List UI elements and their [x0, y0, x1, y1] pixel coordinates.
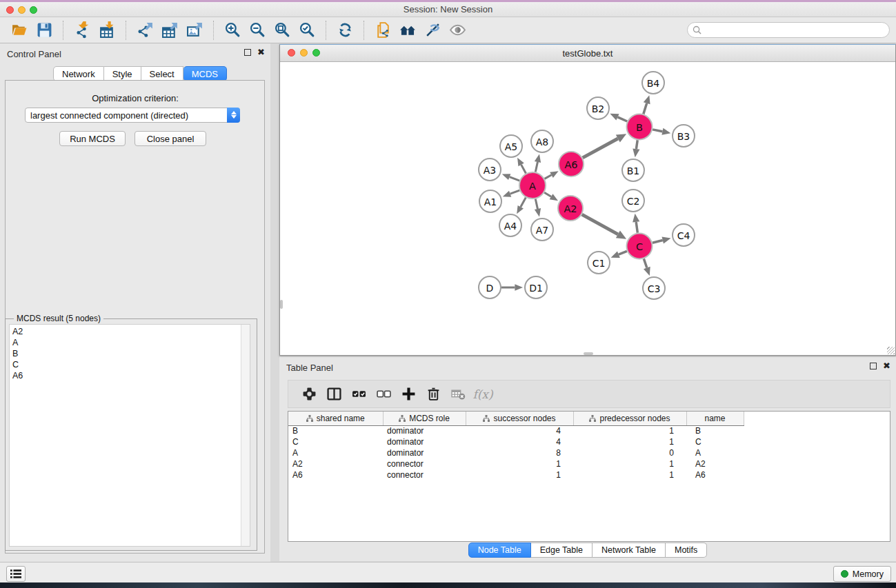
- graph-edge-A-A1[interactable]: [510, 190, 520, 194]
- table-cell[interactable]: A2: [288, 458, 383, 469]
- table-cell[interactable]: B: [288, 425, 383, 436]
- table-cell[interactable]: 4: [466, 425, 573, 436]
- table-cell[interactable]: connector: [383, 458, 466, 469]
- table-cell[interactable]: C: [288, 436, 383, 447]
- select-all-icon[interactable]: [346, 384, 371, 405]
- table-cell[interactable]: 1: [573, 436, 686, 447]
- open-file-icon[interactable]: [9, 20, 30, 41]
- graph-edge-A-A6[interactable]: [544, 175, 551, 179]
- canvas-vertical-scrollbar[interactable]: [280, 300, 283, 309]
- mcds-result-item[interactable]: A6: [12, 370, 250, 381]
- export-table-icon[interactable]: [159, 20, 180, 41]
- search-box[interactable]: [687, 22, 890, 38]
- table-row[interactable]: A6connector11A6: [288, 469, 888, 480]
- graph-edge-B-B2[interactable]: [617, 117, 627, 121]
- column-header-name[interactable]: name: [686, 412, 744, 425]
- table-cell[interactable]: connector: [383, 469, 466, 480]
- table-cell[interactable]: 1: [573, 469, 686, 480]
- float-panel-icon[interactable]: [244, 49, 251, 56]
- table-cell[interactable]: dominator: [383, 436, 466, 447]
- import-network-icon[interactable]: [72, 20, 92, 41]
- graph-edge-C-C2[interactable]: [636, 222, 637, 233]
- table-cell[interactable]: B: [686, 425, 744, 436]
- graph-edge-B-B1[interactable]: [636, 140, 637, 149]
- import-table-icon[interactable]: [97, 20, 117, 41]
- table-cell[interactable]: 1: [466, 458, 573, 469]
- graph-edge-A-A4[interactable]: [521, 198, 526, 207]
- tab-network[interactable]: Network: [53, 66, 104, 81]
- tab-select[interactable]: Select: [141, 66, 183, 81]
- graph-edge-B-B4[interactable]: [644, 103, 647, 114]
- show-panels-button[interactable]: [6, 566, 26, 582]
- mcds-result-item[interactable]: A2: [12, 326, 250, 337]
- table-cell[interactable]: A2: [686, 458, 744, 469]
- zoom-in-icon[interactable]: [222, 20, 243, 41]
- window-resize-grip[interactable]: [887, 347, 895, 354]
- result-scrollbar[interactable]: [241, 325, 250, 546]
- graph-edge-B-B3[interactable]: [653, 130, 662, 132]
- criterion-dropdown[interactable]: largest connected component (directed): [25, 108, 240, 123]
- graph-edge-A-A7[interactable]: [535, 199, 537, 210]
- close-table-panel-icon[interactable]: ✖: [883, 363, 890, 369]
- table-cell[interactable]: dominator: [383, 447, 466, 458]
- delete-column-icon[interactable]: [421, 384, 446, 405]
- table-cell[interactable]: 4: [466, 436, 573, 447]
- table-cell[interactable]: 0: [573, 447, 686, 458]
- mcds-result-item[interactable]: B: [12, 348, 250, 359]
- table-cell[interactable]: C: [686, 436, 744, 447]
- graph-edge-C-C4[interactable]: [653, 241, 663, 243]
- tab-network-table[interactable]: Network Table: [593, 543, 666, 558]
- search-input[interactable]: [704, 24, 889, 37]
- run-mcds-button[interactable]: Run MCDS: [59, 131, 126, 146]
- table-cell[interactable]: A6: [686, 469, 744, 480]
- tab-motifs[interactable]: Motifs: [666, 543, 707, 558]
- zoom-selected-icon[interactable]: [297, 20, 317, 41]
- graph-edge-C-C3[interactable]: [644, 258, 646, 267]
- table-cell[interactable]: A: [686, 447, 744, 458]
- graph-edge-C-C1[interactable]: [619, 251, 627, 254]
- tab-mcds[interactable]: MCDS: [183, 66, 227, 81]
- close-panel-icon[interactable]: ✖: [257, 49, 265, 56]
- table-cell[interactable]: 8: [466, 447, 573, 458]
- zoom-out-icon[interactable]: [247, 20, 268, 41]
- table-row[interactable]: Bdominator41B: [288, 425, 888, 436]
- network-canvas[interactable]: AA6A2BCA5A8A3A1A4A7B2B4B3B1C2C4C1C3DD1: [280, 62, 895, 355]
- column-header-MCDS-role[interactable]: MCDS role: [383, 412, 466, 425]
- tab-node-table[interactable]: Node Table: [468, 543, 531, 558]
- memory-button[interactable]: Memory: [833, 566, 891, 582]
- table-cell[interactable]: 1: [573, 458, 686, 469]
- table-row[interactable]: A2connector11A2: [288, 458, 888, 469]
- column-header-successor-nodes[interactable]: successor nodes: [466, 412, 573, 425]
- split-panel-icon[interactable]: [321, 384, 346, 405]
- export-network-icon[interactable]: [135, 20, 155, 41]
- table-cell[interactable]: 1: [573, 425, 686, 436]
- graph-edge-A-A2[interactable]: [544, 192, 551, 196]
- tab-edge-table[interactable]: Edge Table: [531, 543, 593, 558]
- toggle-graphics-details-icon[interactable]: [422, 20, 443, 41]
- table-row[interactable]: Adominator80A: [288, 447, 888, 458]
- refresh-view-icon[interactable]: [335, 20, 355, 41]
- graph-edge-A-A3[interactable]: [510, 177, 520, 181]
- table-cell[interactable]: A: [288, 447, 383, 458]
- settings-icon[interactable]: [297, 384, 321, 405]
- close-panel-button[interactable]: Close panel: [135, 131, 206, 146]
- network-window-titlebar[interactable]: testGlobe.txt: [280, 45, 895, 62]
- mcds-result-item[interactable]: C: [12, 359, 250, 370]
- deselect-all-icon[interactable]: [371, 384, 396, 405]
- table-row[interactable]: Cdominator41C: [288, 436, 888, 447]
- mcds-result-item[interactable]: A: [12, 337, 250, 348]
- table-cell[interactable]: 1: [466, 469, 573, 480]
- graph-edge-A6-B[interactable]: [583, 139, 618, 158]
- table-cell[interactable]: A6: [288, 469, 383, 480]
- export-image-icon[interactable]: [184, 20, 205, 41]
- column-header-predecessor-nodes[interactable]: predecessor nodes: [573, 412, 686, 425]
- copy-network-icon[interactable]: [372, 20, 393, 41]
- table-cell[interactable]: dominator: [383, 425, 466, 436]
- save-session-icon[interactable]: [34, 20, 54, 41]
- float-table-panel-icon[interactable]: [870, 363, 877, 369]
- zoom-fit-icon[interactable]: [272, 20, 292, 41]
- tab-style[interactable]: Style: [104, 66, 141, 81]
- graph-edge-A2-C[interactable]: [582, 214, 618, 234]
- column-header-shared-name[interactable]: shared name: [288, 412, 383, 425]
- create-column-icon[interactable]: [396, 384, 421, 405]
